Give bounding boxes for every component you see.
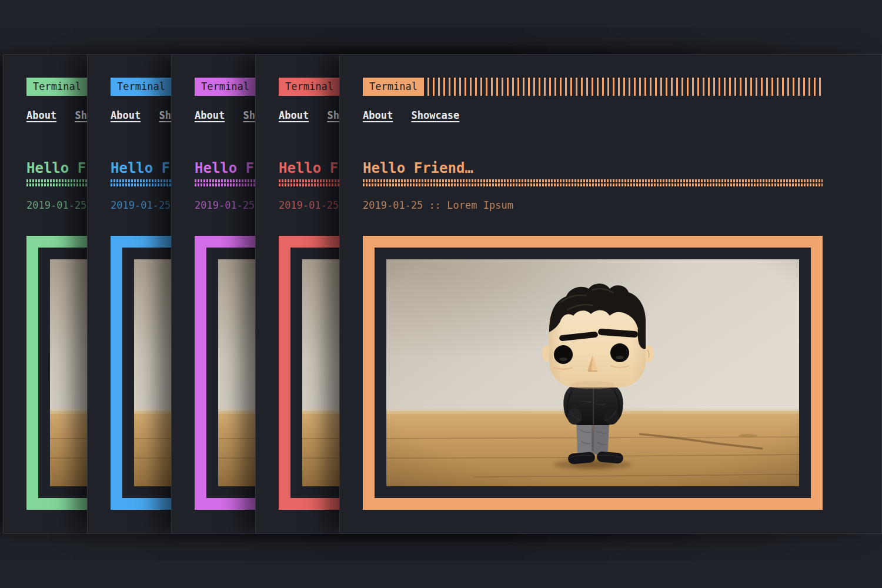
nav-link-about[interactable]: About bbox=[195, 109, 225, 121]
logo-bars-decoration bbox=[427, 78, 823, 96]
logo-badge[interactable]: Terminal bbox=[363, 78, 424, 96]
post-preview: Hello Friend… 2019-01-25 :: Lorem Ipsum bbox=[363, 160, 823, 510]
post-image-frame bbox=[363, 236, 823, 510]
nav-link-about[interactable]: About bbox=[111, 109, 141, 121]
theme-showcase-stage: Terminal About Showcase Hello Friend… 20… bbox=[0, 0, 882, 588]
logo-badge[interactable]: Terminal bbox=[195, 78, 256, 96]
panel-content: Terminal About Showcase Hello Friend… 20… bbox=[340, 55, 823, 510]
post-meta: 2019-01-25 :: Lorem Ipsum bbox=[363, 199, 823, 212]
logo-row: Terminal bbox=[363, 78, 823, 96]
funko-pop-photo bbox=[386, 259, 799, 486]
site-menu: About Showcase bbox=[363, 109, 823, 121]
nav-link-about[interactable]: About bbox=[279, 109, 309, 121]
site-header: Terminal About Showcase bbox=[363, 78, 823, 121]
post-title[interactable]: Hello Friend… bbox=[363, 160, 823, 176]
title-separator bbox=[363, 179, 823, 186]
logo-badge[interactable]: Terminal bbox=[279, 78, 340, 96]
nav-link-showcase[interactable]: Showcase bbox=[411, 109, 459, 121]
theme-panel-orange: Terminal About Showcase Hello Friend… 20… bbox=[339, 54, 882, 534]
nav-link-about[interactable]: About bbox=[363, 109, 393, 121]
logo-badge[interactable]: Terminal bbox=[111, 78, 172, 96]
logo-badge[interactable]: Terminal bbox=[26, 78, 88, 96]
nav-link-about[interactable]: About bbox=[26, 109, 56, 121]
